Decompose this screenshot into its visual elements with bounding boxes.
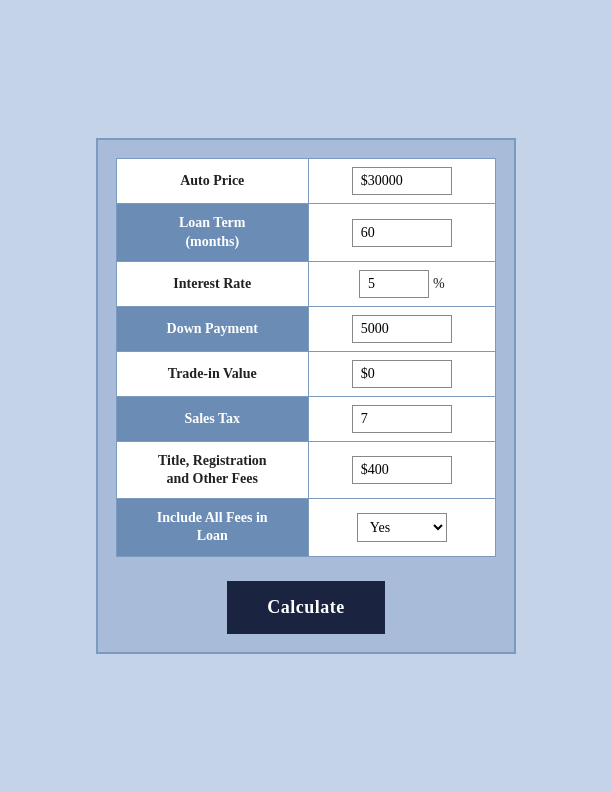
trade-in-input[interactable] bbox=[352, 360, 452, 388]
sales-tax-input[interactable] bbox=[352, 405, 452, 433]
input-area-trade-in bbox=[308, 352, 496, 396]
auto-price-input[interactable] bbox=[352, 167, 452, 195]
label-loan-term: Loan Term(months) bbox=[117, 204, 308, 260]
label-down-payment: Down Payment bbox=[117, 307, 308, 351]
input-area-include-fees: Yes No bbox=[308, 499, 496, 555]
input-area-down-payment bbox=[308, 307, 496, 351]
input-area-auto-price bbox=[308, 159, 496, 203]
row-sales-tax: Sales Tax bbox=[116, 396, 496, 441]
interest-rate-input[interactable] bbox=[359, 270, 429, 298]
row-fees: Title, Registrationand Other Fees bbox=[116, 441, 496, 498]
label-sales-tax: Sales Tax bbox=[117, 397, 308, 441]
label-trade-in: Trade-in Value bbox=[117, 352, 308, 396]
label-include-fees: Include All Fees inLoan bbox=[117, 499, 308, 555]
row-include-fees: Include All Fees inLoan Yes No bbox=[116, 498, 496, 556]
label-auto-price: Auto Price bbox=[117, 159, 308, 203]
calculator-container: Auto Price Loan Term(months) Interest Ra… bbox=[96, 138, 516, 653]
input-area-sales-tax bbox=[308, 397, 496, 441]
loan-term-input[interactable] bbox=[352, 219, 452, 247]
fees-input[interactable] bbox=[352, 456, 452, 484]
row-auto-price: Auto Price bbox=[116, 158, 496, 203]
row-loan-term: Loan Term(months) bbox=[116, 203, 496, 260]
down-payment-input[interactable] bbox=[352, 315, 452, 343]
label-fees: Title, Registrationand Other Fees bbox=[117, 442, 308, 498]
calculate-section: Calculate bbox=[116, 581, 496, 634]
calculate-button[interactable]: Calculate bbox=[227, 581, 384, 634]
label-interest-rate: Interest Rate bbox=[117, 262, 308, 306]
row-down-payment: Down Payment bbox=[116, 306, 496, 351]
row-trade-in: Trade-in Value bbox=[116, 351, 496, 396]
form-table: Auto Price Loan Term(months) Interest Ra… bbox=[116, 158, 496, 556]
include-fees-select[interactable]: Yes No bbox=[357, 513, 447, 542]
row-interest-rate: Interest Rate % bbox=[116, 261, 496, 306]
percent-symbol: % bbox=[433, 276, 445, 292]
input-area-loan-term bbox=[308, 204, 496, 260]
input-area-interest-rate: % bbox=[308, 262, 496, 306]
input-area-fees bbox=[308, 442, 496, 498]
